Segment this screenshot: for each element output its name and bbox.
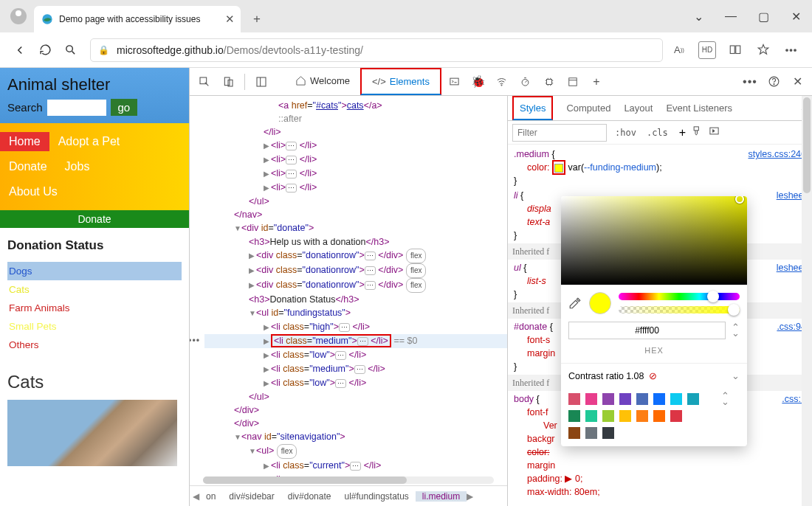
window-controls: ⌄ — ▢ ✕ (682, 0, 812, 32)
format-toggle[interactable]: ⌃⌄ (732, 325, 740, 336)
refresh-button[interactable] (32, 38, 58, 63)
nav-donate[interactable]: Donate (0, 157, 56, 176)
elements-panel: <a href="#cats">cats</a> ::after </li> <… (190, 96, 507, 506)
hov-toggle[interactable]: :hov (613, 126, 639, 139)
svg-rect-5 (224, 77, 230, 86)
donation-list: Dogs Cats Farm Animals Small Pets Others (7, 262, 182, 354)
color-swatches: ⌃⌄ (561, 389, 747, 446)
lock-icon: 🔒 (98, 45, 109, 55)
nav-home[interactable]: Home (0, 132, 49, 151)
browser-tab[interactable]: Demo page with accessibility issues ✕ (34, 6, 241, 32)
back-button[interactable] (7, 38, 32, 63)
svg-rect-9 (450, 78, 458, 85)
hex-input[interactable] (568, 322, 726, 339)
performance-icon[interactable] (515, 72, 536, 92)
svg-point-16 (773, 83, 774, 84)
app-icon[interactable] (562, 72, 583, 92)
search-icon[interactable] (58, 38, 83, 63)
cat-image (7, 400, 177, 466)
console-icon[interactable] (444, 72, 465, 92)
svg-point-10 (501, 85, 502, 86)
svg-rect-2 (730, 46, 734, 54)
ds-dogs[interactable]: Dogs (7, 262, 182, 280)
page-title: Animal shelter (7, 75, 182, 94)
dom-tree[interactable]: <a href="#cats">cats</a> ::after </li> <… (190, 96, 507, 476)
add-tab-icon[interactable]: + (586, 72, 607, 92)
minimize-button[interactable]: — (715, 0, 747, 32)
brush-icon[interactable] (692, 125, 703, 139)
color-picker: ⌃⌄ HEX Contrast ratio 1.08 ⊘ ⌄ (561, 196, 747, 446)
tab-listeners[interactable]: Event Listeners (666, 96, 732, 120)
cats-heading: Cats (0, 364, 189, 400)
plus-icon[interactable]: + (679, 126, 686, 139)
nav-jobs[interactable]: Jobs (56, 157, 99, 176)
close-window-button[interactable]: ✕ (780, 0, 812, 32)
breadcrumb[interactable]: ◀ on div#sidebar div#donate ul#fundingst… (190, 485, 507, 506)
panel-icon[interactable] (709, 125, 720, 139)
url-input[interactable]: 🔒 microsoftedge.github.io/Demos/devtools… (90, 38, 663, 62)
chevron-down-icon[interactable]: ⌄ (682, 0, 715, 32)
donate-banner[interactable]: Donate (0, 210, 189, 228)
alpha-slider[interactable] (619, 306, 740, 313)
ds-cats[interactable]: Cats (7, 280, 182, 299)
bug-icon[interactable]: 🐞 (468, 72, 489, 92)
svg-rect-13 (569, 77, 577, 86)
tab-elements[interactable]: </> Elements (360, 68, 441, 95)
color-swatch[interactable] (554, 164, 563, 173)
vertical-scrollbar[interactable] (802, 96, 812, 506)
edge-icon (41, 13, 53, 25)
ds-farm[interactable]: Farm Animals (7, 299, 182, 317)
svg-rect-17 (694, 127, 698, 131)
source-link[interactable]: styles.css:246 (748, 148, 806, 161)
tab-welcome[interactable]: Welcome (288, 68, 357, 95)
search-label: Search (7, 101, 43, 114)
color-spectrum[interactable] (561, 196, 747, 285)
inspect-icon[interactable] (194, 72, 215, 92)
tab-computed[interactable]: Computed (566, 96, 610, 120)
hd-icon[interactable]: HD (698, 41, 716, 59)
dock-icon[interactable] (251, 72, 272, 92)
styles-rules[interactable]: styles.css:246 .medium { color: var(--fu… (508, 145, 812, 506)
ds-others[interactable]: Others (7, 336, 182, 354)
tab-layout[interactable]: Layout (624, 96, 653, 120)
page-header: Animal shelter Search go (0, 68, 189, 123)
horizontal-scrollbar[interactable] (203, 476, 494, 484)
reader-icon[interactable] (726, 41, 744, 59)
tab-styles[interactable]: Styles (512, 96, 553, 120)
titlebar: Demo page with accessibility issues ✕ + … (0, 0, 812, 32)
memory-icon[interactable] (539, 72, 560, 92)
go-button[interactable]: go (111, 99, 138, 116)
contrast-fail-icon: ⊘ (649, 370, 657, 383)
color-preview (589, 292, 611, 314)
nav-about[interactable]: About Us (0, 182, 66, 201)
nav-adopt[interactable]: Adopt a Pet (49, 132, 129, 151)
contrast-ratio[interactable]: Contrast ratio 1.08 ⊘ ⌄ (561, 363, 747, 389)
new-tab-button[interactable]: + (247, 9, 267, 30)
filter-input[interactable] (512, 124, 607, 142)
device-icon[interactable] (218, 72, 238, 92)
hue-slider[interactable] (619, 293, 740, 300)
close-devtools-icon[interactable]: ✕ (787, 72, 808, 92)
help-icon[interactable] (763, 72, 784, 92)
svg-rect-12 (546, 79, 551, 84)
url-domain: microsoftedge.github.io (117, 44, 224, 56)
favorite-icon[interactable] (754, 41, 772, 59)
svg-rect-7 (257, 77, 266, 86)
profile-avatar[interactable] (10, 8, 27, 24)
close-tab-icon[interactable]: ✕ (225, 13, 235, 26)
more-tools-icon[interactable]: ••• (740, 72, 760, 92)
network-icon[interactable] (492, 72, 512, 92)
search-input[interactable] (47, 100, 106, 116)
cls-toggle[interactable]: .cls (644, 126, 670, 139)
rendered-page: Animal shelter Search go Home Adopt a Pe… (0, 68, 189, 506)
more-icon[interactable]: ••• (782, 41, 800, 59)
url-path: /Demos/devtools-a11y-testing/ (224, 44, 363, 56)
read-aloud-icon[interactable]: A)) (670, 41, 688, 59)
eyedropper-icon[interactable] (568, 297, 582, 310)
styles-panel: Styles Computed Layout Event Listeners ⌄… (507, 96, 812, 506)
donation-status-title: Donation Status (7, 238, 182, 253)
ds-small[interactable]: Small Pets (7, 317, 182, 336)
styles-tabs: Styles Computed Layout Event Listeners ⌄ (508, 96, 812, 121)
address-bar: 🔒 microsoftedge.github.io/Demos/devtools… (0, 32, 812, 68)
maximize-button[interactable]: ▢ (747, 0, 780, 32)
